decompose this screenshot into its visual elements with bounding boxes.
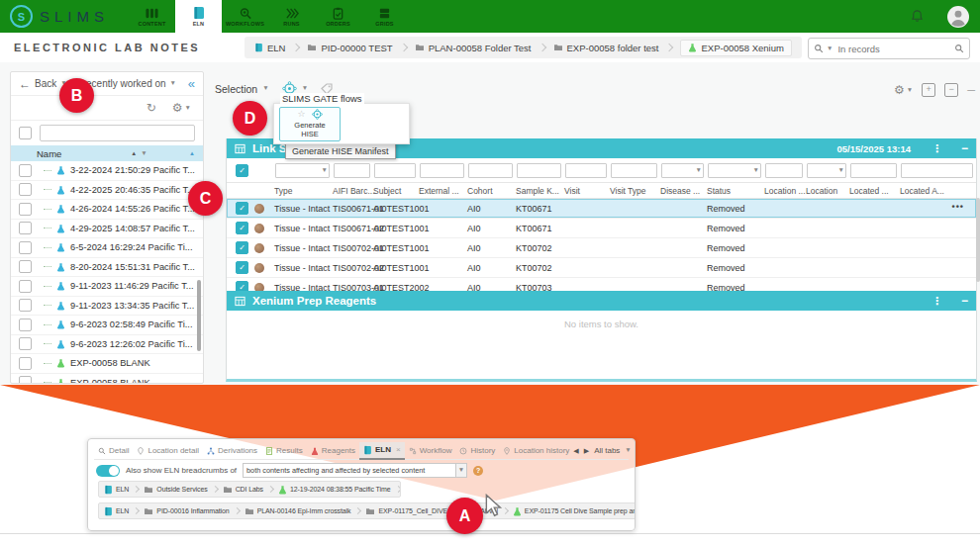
row-checkbox[interactable] — [19, 376, 32, 384]
table-select-all-checkbox[interactable]: ✓ — [236, 164, 248, 177]
tab-eln[interactable]: ELN× — [359, 442, 405, 460]
sidebar-filter-input[interactable] — [40, 125, 195, 141]
tab-workflow[interactable]: Workflow — [405, 443, 456, 459]
row-checkbox[interactable]: ✓ — [236, 202, 248, 215]
minimize-icon[interactable]: ─ — [967, 84, 975, 96]
scope-selector[interactable]: recently worked on — [83, 78, 166, 89]
tab-reagents[interactable]: Reagents — [307, 443, 359, 459]
row-checkbox[interactable]: ✓ — [236, 241, 248, 254]
breadcrumb-item[interactable]: Outside Services — [144, 486, 207, 494]
filter-caret-icon[interactable]: ▼ — [753, 167, 759, 174]
nav-item-content[interactable]: CONTENT — [129, 0, 175, 33]
user-avatar[interactable] — [946, 5, 970, 29]
table-row[interactable]: ✓Tissue - IntactTIS00702-02AI0TEST1001AI… — [227, 258, 976, 278]
row-checkbox[interactable] — [19, 319, 32, 331]
tabs-scroll-right-icon[interactable]: ▶ — [584, 447, 589, 455]
column-filter-input[interactable] — [374, 163, 416, 178]
panel-menu-icon[interactable]: ⋮ — [931, 295, 942, 308]
breadcrumb-item[interactable]: CDI Labs — [223, 486, 263, 494]
back-button[interactable]: Back — [35, 78, 56, 89]
column-header[interactable]: Visit — [564, 186, 610, 196]
help-icon[interactable]: ? — [473, 466, 483, 476]
sidebar-record-row[interactable]: 4-22-2025 20:46:35 Pacific T... — [11, 181, 203, 201]
column-header[interactable]: Type — [274, 186, 333, 196]
column-filter-input[interactable] — [901, 163, 973, 178]
filter-caret-icon[interactable]: ▼ — [696, 167, 702, 174]
row-checkbox[interactable] — [19, 241, 32, 254]
row-checkbox[interactable] — [19, 280, 32, 293]
all-tabs-caret-icon[interactable]: ▼ — [625, 447, 631, 454]
breadcrumb-item[interactable]: EXP-01175 Cell Dive Sample prep and Ab s… — [513, 506, 636, 516]
collapse-sidebar-icon[interactable]: « — [188, 77, 195, 90]
column-filter-input[interactable]: ▼ — [708, 163, 761, 178]
column-header[interactable]: Location — [806, 186, 849, 196]
search-submit-icon[interactable] — [954, 44, 964, 53]
row-checkbox[interactable] — [19, 337, 32, 350]
sidebar-scrollbar[interactable] — [197, 280, 201, 351]
sidebar-record-row[interactable]: EXP-00058 BLANK — [11, 354, 203, 374]
column-header[interactable]: AIFI Barc... — [333, 186, 373, 196]
column-filter-input[interactable] — [565, 163, 607, 178]
filter-caret-icon[interactable]: ▼ — [838, 167, 844, 174]
sidebar-settings[interactable]: ⚙▼ — [172, 102, 191, 114]
sidebar-record-row[interactable]: 4-26-2024 14:55:26 Pacific T... — [11, 200, 203, 220]
table-row[interactable]: ✓Tissue - IntactTIS00702-01AI0TEST1001AI… — [227, 238, 976, 258]
back-arrow-icon[interactable]: ← — [19, 77, 31, 91]
tab-history[interactable]: History — [455, 443, 499, 459]
notifications-bell-icon[interactable] — [910, 9, 925, 24]
gate-flows-caret-icon[interactable]: ▼ — [302, 85, 308, 92]
scroll-top-icon[interactable]: ▲ — [189, 150, 195, 156]
select-caret-icon[interactable]: ▼ — [456, 463, 467, 478]
row-checkbox[interactable] — [19, 183, 32, 196]
table-row[interactable]: ✓Tissue - IntactTIS00671-02AI0TEST1001AI… — [227, 219, 976, 238]
nav-item-orders[interactable]: ORDERS — [315, 0, 361, 33]
nav-item-grids[interactable]: GRIDS — [361, 0, 408, 33]
select-all-checkbox[interactable] — [19, 127, 32, 139]
breadcrumb-item[interactable]: PLAN-00058 Folder Test — [415, 43, 532, 53]
column-header[interactable]: Visit Type — [610, 186, 660, 196]
panel-minimize-icon[interactable]: − — [961, 294, 968, 308]
tab-location-detail[interactable]: Location detail — [133, 443, 203, 459]
sidebar-record-row[interactable]: 9-11-2023 13:34:35 Pacific T... — [11, 297, 203, 317]
sort-asc-icon[interactable]: ▲ — [131, 150, 137, 156]
scope-caret-icon[interactable]: ▼ — [170, 80, 176, 87]
sidebar-record-row[interactable]: 9-6-2023 12:26:02 Pacific Ti... — [11, 335, 203, 355]
sidebar-record-row[interactable]: 8-20-2024 15:51:31 Pacific T... — [11, 258, 203, 278]
breadcrumb-item[interactable]: PID-00016 Inflammation — [144, 507, 229, 515]
column-menu-caret-icon[interactable]: ▼ — [141, 150, 147, 157]
sidebar-record-row[interactable]: 4-29-2025 14:08:57 Pacific T... — [11, 220, 203, 239]
column-filter-input[interactable] — [765, 163, 803, 178]
column-header[interactable]: Located A... — [900, 186, 976, 196]
column-filter-input[interactable]: ▼ — [661, 163, 704, 178]
column-header[interactable]: Sample K... — [516, 186, 564, 196]
panel-minimize-icon[interactable]: − — [961, 141, 968, 155]
nav-item-eln[interactable]: ELN — [175, 0, 222, 33]
breadcrumb-item[interactable]: EXP-00058 folder test — [553, 43, 659, 53]
nav-item-workflows[interactable]: WORKFLOWS — [222, 0, 268, 33]
search-input[interactable] — [835, 43, 951, 55]
breadcrumb-item[interactable]: PID-00000 TEST — [307, 43, 392, 53]
column-header[interactable]: Cohort — [467, 186, 516, 196]
column-filter-input[interactable] — [468, 163, 513, 178]
expand-all-icon[interactable]: + — [922, 83, 935, 97]
tab-location-history[interactable]: Location history — [499, 443, 573, 459]
column-filter-input[interactable]: ▼ — [275, 163, 330, 178]
column-filter-input[interactable] — [334, 163, 370, 178]
column-header[interactable]: Status — [707, 186, 764, 196]
selection-caret-icon[interactable]: ▼ — [262, 85, 268, 92]
tab-derivations[interactable]: Derivations — [203, 443, 261, 459]
column-header[interactable]: Disease ... — [660, 186, 707, 196]
main-settings[interactable]: ⚙▼ — [894, 84, 913, 96]
column-header[interactable]: Subject — [373, 186, 419, 196]
breadcrumb-item[interactable]: EXP-00058 Xenium — [680, 40, 791, 56]
search-scope-caret-icon[interactable]: ▼ — [827, 46, 833, 52]
column-header[interactable]: External ... — [419, 186, 467, 196]
tab-results[interactable]: Results — [261, 443, 307, 459]
sidebar-record-row[interactable]: 6-5-2024 16:29:24 Pacific Ti... — [11, 238, 203, 258]
breadcrumb-item[interactable]: ELN — [104, 506, 129, 516]
breadcrumb-item[interactable]: 12-19-2024 08:38:55 Pacific Time — [278, 485, 390, 495]
main-scrollbar[interactable] — [976, 198, 980, 282]
nav-item-runs[interactable]: RUNS — [268, 0, 315, 33]
column-filter-input[interactable] — [611, 163, 657, 178]
row-checkbox[interactable] — [19, 299, 32, 312]
